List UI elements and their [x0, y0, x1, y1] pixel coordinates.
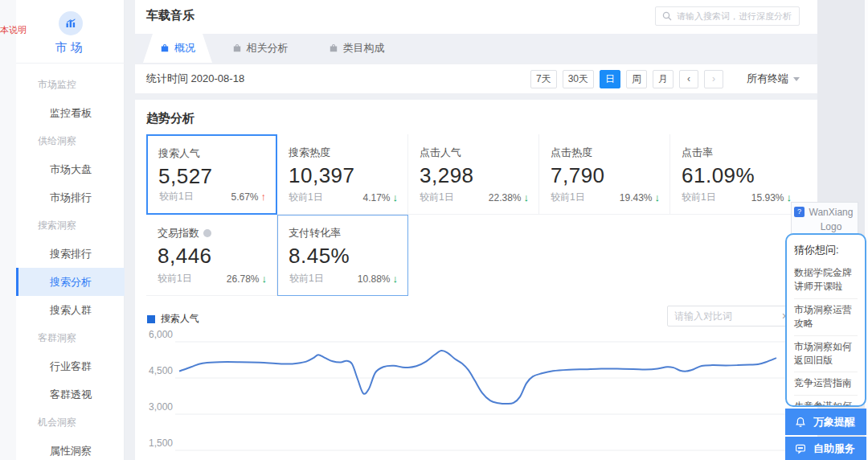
metric-value: 5,527: [158, 164, 267, 189]
metric-card-transaction-index[interactable]: 交易指数 8,446 较前1日26.78%↓: [146, 215, 277, 296]
sidebar-item-search-crowd[interactable]: 搜索人群: [16, 296, 125, 324]
chevron-down-icon: [793, 77, 800, 81]
change-value: 22.38%: [489, 192, 522, 203]
compare-label: 较前1日: [158, 272, 227, 285]
tab-overview[interactable]: 概况: [143, 34, 212, 63]
wanxiang-reminder-button[interactable]: 万象提醒: [785, 409, 866, 435]
sidebar-divider: [16, 63, 125, 64]
stats-toolbar-card: 统计时间 2020-08-18 7天 30天 日 周 月 ‹ › 所有终端: [135, 64, 817, 93]
bag-icon: [329, 43, 338, 53]
panel-title: 猜你想问:: [794, 243, 858, 257]
change-value: 4.17%: [362, 192, 390, 203]
range-button-month[interactable]: 月: [653, 70, 674, 88]
metric-value: 61.09%: [682, 163, 792, 188]
terminal-label: 所有终端: [747, 72, 788, 86]
keyword-search-box[interactable]: [655, 6, 800, 26]
change-value: 26.78%: [227, 273, 260, 285]
broken-image-icon: ?: [794, 207, 805, 217]
metric-label: 交易指数: [158, 226, 199, 240]
change-value: 19.43%: [620, 192, 653, 203]
change-value: 5.67%: [231, 191, 258, 203]
trend-arrow-icon: ↓: [262, 273, 268, 285]
sidebar-item-attribute-insight[interactable]: 属性洞察: [16, 437, 125, 460]
tab-related-analysis[interactable]: 相关分析: [222, 34, 298, 63]
tab-strip: 概况 相关分析 类目构成: [135, 34, 817, 63]
change-value: 15.93%: [751, 192, 784, 203]
chart-legend-search-popularity[interactable]: 搜索人气: [147, 312, 199, 326]
metric-card-click-rate[interactable]: 点击率 61.09% 较前1日15.93%↓: [670, 134, 801, 215]
info-icon[interactable]: [203, 229, 211, 237]
metric-value: 3,298: [420, 163, 529, 188]
y-tick-label: 3,000: [149, 401, 173, 413]
question-link[interactable]: 市场洞察运营攻略: [794, 299, 858, 336]
prev-period-button[interactable]: ‹: [679, 70, 698, 88]
range-button-7d[interactable]: 7天: [530, 70, 557, 88]
sidebar-section-customer-insight: 客群洞察: [16, 324, 125, 352]
y-tick-label: 6,000: [149, 329, 173, 340]
trend-arrow-icon: ↓: [524, 191, 530, 203]
question-link[interactable]: 市场洞察如何返回旧版: [794, 336, 858, 373]
trend-analysis-card: 趋势分析 搜索人气 5,527 较前1日5.67%↑ 搜索热度 10,397 较…: [135, 100, 817, 460]
question-link[interactable]: 生意参谋如何修改或增加市场洞察类目？: [794, 396, 858, 407]
metric-card-payment-conversion[interactable]: 支付转化率 8.45% 较前1日10.88%↓: [277, 215, 408, 296]
metric-value: 8,446: [158, 244, 267, 269]
sidebar-section-search-insight: 搜索洞察: [16, 212, 125, 240]
metric-card-click-popularity[interactable]: 点击人气 3,298 较前1日22.38%↓: [408, 134, 539, 215]
trend-arrow-icon: ↓: [393, 273, 399, 285]
bag-icon: [232, 43, 242, 53]
self-service-button[interactable]: 自助服务: [785, 437, 866, 460]
sidebar-item-search-analysis[interactable]: 搜索分析: [16, 268, 125, 296]
trend-chart-svg: [175, 334, 800, 460]
trend-line-search-popularity: [179, 351, 776, 404]
question-link[interactable]: 数据学院金牌讲师开课啦: [794, 262, 858, 299]
stat-time-label: 统计时间 2020-08-18: [146, 64, 244, 93]
y-tick-label: 4,500: [149, 365, 173, 376]
wanxiang-logo-alt-text: WanXiang Logo: [807, 205, 855, 234]
compare-label: 较前1日: [551, 191, 620, 204]
wanxiang-logo-box: ? WanXiang Logo: [791, 202, 858, 234]
sidebar-logo[interactable]: 市场: [16, 11, 125, 55]
sidebar-logo-label: 市场: [16, 40, 125, 55]
sidebar-item-industry-customer[interactable]: 行业客群: [16, 352, 125, 380]
sidebar-item-customer-perspective[interactable]: 客群透视: [16, 380, 125, 409]
compare-label: 较前1日: [682, 191, 751, 204]
metric-label: 点击率: [682, 146, 713, 160]
next-period-button[interactable]: ›: [704, 70, 723, 88]
sidebar-item-monitor-board[interactable]: 监控看板: [16, 99, 125, 127]
metric-card-search-popularity[interactable]: 搜索人气 5,527 较前1日5.67%↑: [146, 134, 277, 215]
y-tick-label: 1,500: [149, 437, 173, 449]
button-label: 万象提醒: [813, 415, 855, 429]
range-button-day[interactable]: 日: [600, 70, 620, 88]
legend-swatch: [147, 315, 155, 323]
metric-card-search-heat[interactable]: 搜索热度 10,397 较前1日4.17%↓: [277, 134, 408, 215]
date-range-toolbar: 7天 30天 日 周 月 ‹ › 所有终端: [530, 64, 800, 93]
tab-label: 相关分析: [247, 41, 289, 55]
header-card: 车载音乐 概况 相关分析 类目构成: [135, 0, 817, 63]
guess-questions-panel: 猜你想问: 数据学院金牌讲师开课啦 市场洞察运营攻略 市场洞察如何返回旧版 竞争…: [785, 233, 866, 407]
range-button-week[interactable]: 周: [626, 70, 647, 88]
range-button-30d[interactable]: 30天: [563, 70, 594, 88]
terminal-selector[interactable]: 所有终端: [747, 72, 800, 86]
search-input[interactable]: [677, 11, 792, 21]
sidebar-item-market-ranking[interactable]: 市场排行: [16, 183, 125, 212]
page-left-strip: [0, 0, 16, 460]
compare-word-box[interactable]: ×: [667, 306, 796, 327]
compare-label: 较前1日: [289, 191, 362, 204]
compare-word-input[interactable]: [674, 310, 782, 322]
metric-label: 搜索热度: [289, 146, 330, 160]
tab-label: 概况: [174, 41, 195, 55]
bag-icon: [160, 43, 170, 53]
question-link[interactable]: 竞争运营指南: [794, 372, 858, 395]
bell-icon: [795, 417, 806, 428]
metric-label: 搜索人气: [158, 146, 200, 161]
sidebar-item-market-overview[interactable]: 市场大盘: [16, 155, 125, 183]
sidebar-item-search-ranking[interactable]: 搜索排行: [16, 240, 125, 268]
clipped-version-note: 本说明: [0, 24, 27, 36]
change-value: 10.88%: [358, 273, 391, 285]
metric-card-click-heat[interactable]: 点击热度 7,790 较前1日19.43%↓: [539, 134, 670, 215]
search-icon: [662, 11, 672, 21]
tab-category-composition[interactable]: 类目构成: [318, 34, 395, 63]
metric-value: 8.45%: [289, 244, 399, 269]
metric-value: 7,790: [551, 163, 660, 188]
metric-value: 10,397: [289, 163, 398, 188]
